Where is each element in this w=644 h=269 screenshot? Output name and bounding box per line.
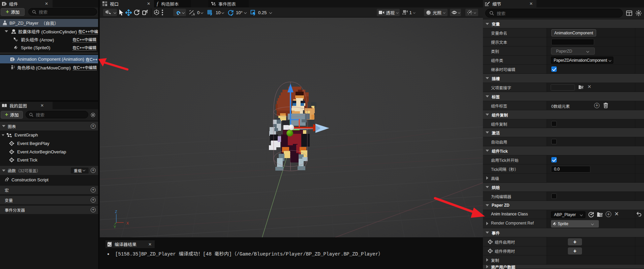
svg-text:X: X xyxy=(126,221,129,225)
svg-text:Z: Z xyxy=(115,210,117,214)
svg-text:Y: Y xyxy=(114,225,116,229)
